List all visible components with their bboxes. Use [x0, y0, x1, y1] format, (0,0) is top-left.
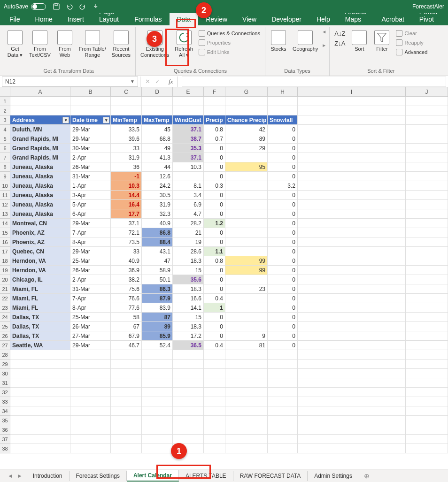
cell[interactable]: 27-Mar: [70, 331, 111, 341]
cell[interactable]: [406, 209, 448, 219]
tab-developer[interactable]: Developer: [264, 13, 309, 25]
cell[interactable]: [298, 97, 406, 106]
cell[interactable]: 0: [268, 153, 298, 162]
cell[interactable]: [298, 388, 406, 397]
cell[interactable]: 35.3: [173, 144, 204, 153]
cell[interactable]: 25-Mar: [70, 256, 111, 266]
cell[interactable]: [225, 350, 268, 360]
cell[interactable]: 87: [142, 313, 173, 322]
cell[interactable]: 0: [204, 228, 225, 237]
cell[interactable]: Juneau, Alaska: [10, 209, 70, 219]
cell[interactable]: [225, 209, 268, 219]
cell[interactable]: 81: [225, 341, 268, 350]
chevron-right-icon[interactable]: ►: [322, 43, 326, 48]
cell[interactable]: [268, 406, 298, 416]
fx-icon[interactable]: fx: [165, 78, 173, 85]
cell[interactable]: Date time▾: [70, 115, 111, 125]
cell[interactable]: 26-Mar: [70, 266, 111, 275]
sheet-tab-alerts-table[interactable]: ALERTS TABLE: [179, 471, 233, 481]
cell[interactable]: 35.6: [173, 275, 204, 284]
col-header-C[interactable]: C: [111, 87, 142, 96]
cell[interactable]: 0: [204, 162, 225, 172]
cell[interactable]: [173, 360, 204, 369]
cell[interactable]: [173, 97, 204, 106]
cell[interactable]: 46.7: [111, 341, 142, 350]
cell[interactable]: 3.4: [173, 191, 204, 200]
cell[interactable]: Seattle, WA: [10, 341, 70, 350]
cell[interactable]: 0: [268, 200, 298, 209]
cell[interactable]: [298, 237, 406, 247]
from-text-csv-button[interactable]: From Text/CSV: [27, 29, 53, 59]
cell[interactable]: 86.8: [142, 228, 173, 237]
cell[interactable]: 0.4: [204, 294, 225, 303]
cell[interactable]: [298, 294, 406, 303]
row-header[interactable]: 19: [0, 266, 10, 275]
stocks-button[interactable]: Stocks: [268, 29, 289, 53]
cell[interactable]: [204, 397, 225, 406]
cell[interactable]: [225, 425, 268, 435]
cell[interactable]: [111, 350, 142, 360]
cell[interactable]: 0: [204, 209, 225, 219]
row-header[interactable]: 4: [0, 125, 10, 134]
row-header[interactable]: 18: [0, 256, 10, 266]
cell[interactable]: Grand Rapids, MI: [10, 134, 70, 144]
cell[interactable]: 0: [204, 266, 225, 275]
cell[interactable]: [142, 106, 173, 115]
cell[interactable]: [406, 350, 448, 360]
cell[interactable]: 29-Mar: [70, 125, 111, 134]
cell[interactable]: [298, 275, 406, 284]
cell[interactable]: 16.6: [173, 294, 204, 303]
cell[interactable]: 58.9: [142, 266, 173, 275]
cell[interactable]: [298, 125, 406, 134]
row-header[interactable]: 32: [0, 388, 10, 397]
cell[interactable]: [10, 378, 70, 388]
cell[interactable]: [204, 378, 225, 388]
cell[interactable]: 2-Apr: [70, 275, 111, 284]
redo-icon[interactable]: [79, 3, 86, 10]
cell[interactable]: [268, 444, 298, 453]
cell[interactable]: 33: [111, 144, 142, 153]
cell[interactable]: [70, 435, 111, 444]
cell[interactable]: 14.4: [111, 191, 142, 200]
cell[interactable]: Juneau, Alaska: [10, 172, 70, 181]
cell[interactable]: [406, 341, 448, 350]
cell[interactable]: [406, 237, 448, 247]
cell[interactable]: 40.9: [142, 219, 173, 228]
cell[interactable]: [142, 406, 173, 416]
cell[interactable]: 29-Mar: [70, 247, 111, 256]
cell[interactable]: [225, 388, 268, 397]
cell[interactable]: [111, 444, 142, 453]
row-header[interactable]: 13: [0, 209, 10, 219]
cell[interactable]: 6-Apr: [70, 209, 111, 219]
cell[interactable]: Chance Precip: [225, 115, 268, 125]
cell[interactable]: 0: [268, 313, 298, 322]
col-header-D[interactable]: D: [142, 87, 173, 96]
cell[interactable]: [225, 303, 268, 313]
cell[interactable]: [298, 284, 406, 294]
cell[interactable]: 31.9: [111, 153, 142, 162]
tab-file[interactable]: File: [2, 13, 28, 25]
sheet-tab-introduction[interactable]: Introduction: [26, 471, 70, 481]
queries-connections-button[interactable]: Queries & Connections: [197, 29, 262, 38]
cell[interactable]: [111, 435, 142, 444]
cell[interactable]: [111, 425, 142, 435]
cell[interactable]: [268, 97, 298, 106]
edit-links-button[interactable]: Edit Links: [197, 48, 262, 56]
cell[interactable]: [406, 106, 448, 115]
cell[interactable]: [70, 406, 111, 416]
cell[interactable]: [142, 444, 173, 453]
cell[interactable]: 0: [268, 172, 298, 181]
filter-dropdown-icon[interactable]: ▾: [103, 117, 109, 123]
cell[interactable]: 33.5: [111, 125, 142, 134]
cell[interactable]: [298, 115, 406, 125]
cell[interactable]: 0: [204, 172, 225, 181]
cell[interactable]: [225, 200, 268, 209]
row-header[interactable]: 38: [0, 444, 10, 453]
sort-az-button[interactable]: A↓Z: [332, 29, 347, 38]
cell[interactable]: [298, 397, 406, 406]
cancel-icon[interactable]: ✕: [145, 78, 150, 85]
cell[interactable]: Dallas, TX: [10, 331, 70, 341]
from-web-button[interactable]: From Web: [54, 29, 75, 59]
cell[interactable]: 0: [268, 134, 298, 144]
chevron-left-icon[interactable]: ◄: [322, 29, 326, 34]
